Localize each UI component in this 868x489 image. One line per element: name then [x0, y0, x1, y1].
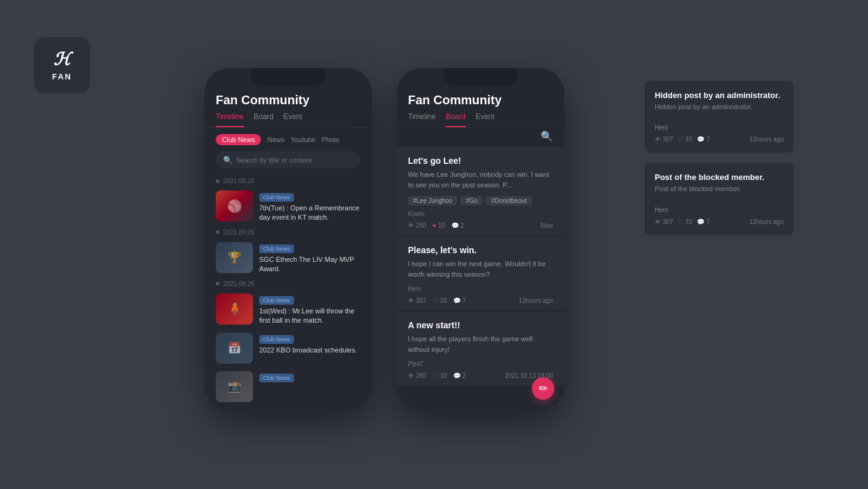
admin-views-1: 👁 307: [655, 136, 673, 143]
post-meta-3: 👁 260 ♡ 10 💬 2 2021.10.13 18:00: [408, 372, 553, 379]
news-thumb-2: [216, 242, 253, 273]
tab2-timeline[interactable]: Timeline: [408, 112, 436, 127]
post-tag-1a: #Lee Junghoo: [408, 196, 457, 205]
views-3: 👁 260: [408, 372, 427, 379]
fab-button[interactable]: ✏: [532, 377, 554, 400]
admin-card-2: Post of the blocked member. Post of the …: [645, 163, 794, 235]
search-bar[interactable]: 🔍: [216, 151, 361, 169]
news-item-2[interactable]: Club News SGC Ethech The LIV May MVP Awa…: [205, 238, 372, 278]
logo-text: FAN: [52, 72, 72, 81]
date-label-3: 2021.08.25: [205, 278, 372, 290]
news-thumb-3: [216, 294, 253, 325]
news-item-5[interactable]: Club News: [205, 367, 372, 406]
tab2-board[interactable]: Board: [446, 112, 466, 127]
post-meta-2: 👁 307 ♡ 33 💬 7 12hours ago: [408, 297, 553, 304]
post-tag-1c: #Donotbeout: [486, 196, 531, 205]
likes-1: ♥ 10: [433, 222, 445, 229]
news-content-1: Club News 7th(Tue) : Open a Remembrance …: [259, 191, 361, 223]
news-item-3[interactable]: Club News 1st(Wed) : Mr.Lee will throw t…: [205, 290, 372, 330]
admin-time-1: 12hours ago: [749, 136, 784, 143]
post-tags-1: #Lee Junghoo #Go #Donotbeout: [408, 196, 553, 205]
badge-3: Club News: [259, 296, 294, 305]
views-1: 👁 260: [408, 222, 427, 229]
phone2-tab-bar: Timeline Board Event: [397, 112, 564, 128]
admin-card-author-1: Hero: [655, 124, 784, 131]
post-card-3[interactable]: A new start!! I hope all the players fin…: [397, 312, 564, 385]
phone2-title: Fan Community: [397, 87, 564, 112]
admin-likes-2: ♡ 33: [678, 218, 692, 225]
post-time-1: Now: [541, 222, 553, 229]
comments-3: 💬 2: [453, 372, 466, 379]
admin-comments-1: 💬 7: [697, 136, 709, 143]
post-meta-1: 👁 260 ♥ 10 💬 2 Now: [408, 222, 553, 229]
likes-2: ♡ 33: [433, 297, 447, 304]
admin-time-2: 12hours ago: [749, 218, 784, 225]
tab-event[interactable]: Event: [283, 112, 303, 127]
right-panel: Hidden post by an administrator. Hidden …: [645, 81, 794, 235]
post-author-1: Kiwim: [408, 210, 553, 217]
admin-card-meta-1: 👁 307 ♡ 33 💬 7 12hours ago: [655, 136, 784, 143]
post-tag-1b: #Go: [461, 196, 482, 205]
post-title-3: A new start!!: [408, 320, 553, 330]
admin-card-body-1: Hidden post by an administrator.: [655, 102, 784, 112]
admin-likes-1: ♡ 33: [678, 136, 692, 143]
comments-2: 💬 7: [453, 297, 466, 304]
filter-youtube[interactable]: Youtube: [291, 136, 316, 143]
post-card-2[interactable]: Please, let's win. I hope I can win the …: [397, 236, 564, 310]
post-author-3: Plz47: [408, 361, 553, 367]
news-content-3: Club News 1st(Wed) : Mr.Lee will throw t…: [259, 294, 361, 326]
filter-club-news[interactable]: Club News: [216, 134, 261, 145]
post-body-2: I hope I can win the next game. Wouldn't…: [408, 259, 553, 279]
news-thumb-1: [216, 191, 253, 222]
post-author-2: Hero: [408, 285, 553, 292]
news-thumb-4: [216, 333, 253, 364]
filter-photo[interactable]: Photo: [322, 136, 340, 143]
views-2: 👁 307: [408, 297, 427, 304]
admin-views-2: 👁 307: [655, 218, 673, 225]
admin-card-1: Hidden post by an administrator. Hidden …: [645, 81, 794, 153]
news-content-2: Club News SGC Ethech The LIV May MVP Awa…: [259, 242, 361, 274]
logo-box: ℋ FAN: [34, 37, 90, 93]
admin-comments-2: 💬 7: [697, 218, 709, 225]
news-title-4: 2022 KBO broadcast schedules.: [259, 346, 361, 355]
phone1-title: Fan Community: [205, 87, 372, 112]
news-title-3: 1st(Wed) : Mr.Lee will throw the first b…: [259, 307, 361, 326]
phone-board: Fan Community Timeline Board Event 🔍 Let…: [397, 68, 564, 410]
tab-board[interactable]: Board: [254, 112, 273, 127]
news-item-1[interactable]: Club News 7th(Tue) : Open a Remembrance …: [205, 187, 372, 227]
news-thumb-5: [216, 371, 253, 402]
phone-timeline: Fan Community Timeline Board Event Club …: [205, 68, 372, 410]
admin-card-meta-2: 👁 307 ♡ 33 💬 7 12hours ago: [655, 218, 784, 225]
news-title-2: SGC Ethech The LIV May MVP Award.: [259, 255, 361, 274]
news-item-4[interactable]: Club News 2022 KBO broadcast schedules.: [205, 329, 372, 367]
post-body-3: I hope all the players finish the game w…: [408, 334, 553, 354]
news-content-5: Club News: [259, 371, 361, 384]
search-input[interactable]: [236, 156, 353, 164]
badge-2: Club News: [259, 244, 294, 253]
date-label-1: 2021.09.10: [205, 175, 372, 187]
post-title-2: Please, let's win.: [408, 245, 553, 255]
board-search-icon[interactable]: 🔍: [541, 130, 553, 142]
logo-icon: ℋ: [53, 49, 71, 70]
post-title-1: Let's go Lee!: [408, 156, 553, 166]
date-dot-3: [216, 282, 219, 285]
badge-5: Club News: [259, 374, 294, 382]
search-icon: 🔍: [223, 156, 232, 164]
comments-1: 💬 2: [451, 222, 464, 229]
post-card-1[interactable]: Let's go Lee! We have Lee Junghoo, nobod…: [397, 147, 564, 235]
news-title-1: 7th(Tue) : Open a Remembrance day event …: [259, 204, 361, 223]
tab-timeline[interactable]: Timeline: [216, 112, 244, 127]
phone1-tab-bar: Timeline Board Event: [205, 112, 372, 128]
tab2-event[interactable]: Event: [476, 112, 495, 127]
admin-card-title-1: Hidden post by an administrator.: [655, 91, 784, 100]
date-dot-2: [216, 230, 219, 234]
post-body-1: We have Lee Junghoo, nobody can win. I w…: [408, 169, 553, 190]
admin-card-title-2: Post of the blocked member.: [655, 173, 784, 182]
badge-4: Club News: [259, 335, 294, 344]
filter-bar: Club News News Youtube Photo: [205, 128, 372, 151]
admin-card-body-2: Post of the blocked member.: [655, 184, 784, 194]
filter-news[interactable]: News: [267, 136, 285, 143]
badge-1: Club News: [259, 193, 294, 202]
admin-card-author-2: Hero: [655, 207, 784, 213]
post-time-2: 12hours ago: [518, 297, 553, 304]
